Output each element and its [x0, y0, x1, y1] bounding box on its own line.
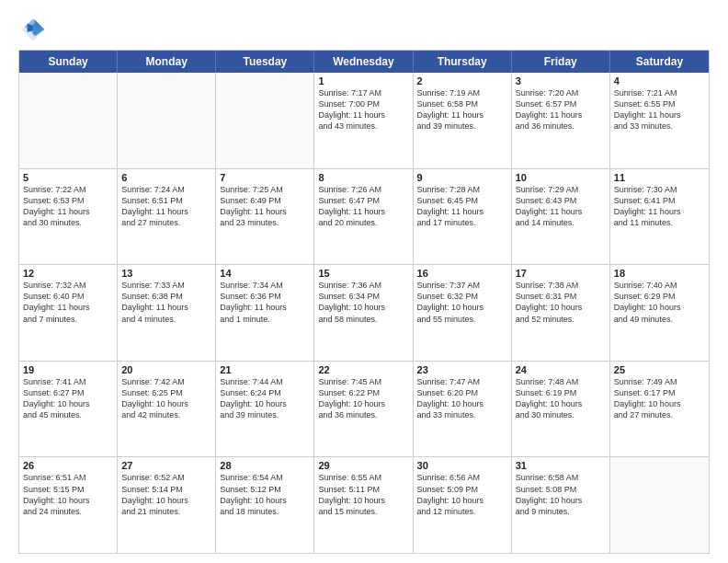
day-number: 24 — [516, 364, 606, 375]
calendar: SundayMondayTuesdayWednesdayThursdayFrid… — [18, 50, 710, 554]
day-info: Sunrise: 7:33 AM Sunset: 6:38 PM Dayligh… — [121, 280, 211, 325]
empty-cell — [118, 73, 216, 168]
day-info: Sunrise: 7:20 AM Sunset: 6:57 PM Dayligh… — [516, 87, 606, 132]
day-info: Sunrise: 7:44 AM Sunset: 6:24 PM Dayligh… — [220, 376, 310, 421]
day-number: 6 — [121, 172, 211, 183]
day-cell-2: 2Sunrise: 7:19 AM Sunset: 6:58 PM Daylig… — [414, 73, 512, 168]
day-cell-26: 26Sunrise: 6:51 AM Sunset: 5:15 PM Dayli… — [19, 457, 118, 553]
day-cell-27: 27Sunrise: 6:52 AM Sunset: 5:14 PM Dayli… — [118, 457, 216, 553]
weekday-header-wednesday: Wednesday — [314, 51, 413, 73]
day-number: 21 — [220, 364, 310, 375]
day-info: Sunrise: 7:34 AM Sunset: 6:36 PM Dayligh… — [220, 280, 310, 325]
day-cell-30: 30Sunrise: 6:56 AM Sunset: 5:09 PM Dayli… — [414, 457, 512, 553]
cal-row-1: 5Sunrise: 7:22 AM Sunset: 6:53 PM Daylig… — [19, 168, 709, 265]
day-cell-11: 11Sunrise: 7:30 AM Sunset: 6:41 PM Dayli… — [610, 169, 709, 265]
day-cell-15: 15Sunrise: 7:36 AM Sunset: 6:34 PM Dayli… — [314, 265, 413, 361]
day-info: Sunrise: 7:30 AM Sunset: 6:41 PM Dayligh… — [614, 184, 705, 229]
day-number: 9 — [417, 172, 507, 183]
day-number: 10 — [516, 172, 606, 183]
day-info: Sunrise: 7:24 AM Sunset: 6:51 PM Dayligh… — [121, 184, 211, 229]
day-info: Sunrise: 7:40 AM Sunset: 6:29 PM Dayligh… — [614, 280, 705, 325]
day-info: Sunrise: 7:45 AM Sunset: 6:22 PM Dayligh… — [318, 376, 408, 421]
day-info: Sunrise: 7:36 AM Sunset: 6:34 PM Dayligh… — [318, 280, 408, 325]
cal-row-0: 1Sunrise: 7:17 AM Sunset: 7:00 PM Daylig… — [19, 73, 709, 168]
day-info: Sunrise: 7:49 AM Sunset: 6:17 PM Dayligh… — [614, 376, 705, 421]
day-number: 22 — [318, 364, 408, 375]
day-info: Sunrise: 6:55 AM Sunset: 5:11 PM Dayligh… — [318, 472, 408, 517]
day-number: 7 — [220, 172, 310, 183]
day-info: Sunrise: 7:41 AM Sunset: 6:27 PM Dayligh… — [23, 376, 113, 421]
day-info: Sunrise: 7:48 AM Sunset: 6:19 PM Dayligh… — [516, 376, 606, 421]
day-cell-28: 28Sunrise: 6:54 AM Sunset: 5:12 PM Dayli… — [216, 457, 314, 553]
cal-row-3: 19Sunrise: 7:41 AM Sunset: 6:27 PM Dayli… — [19, 361, 709, 457]
day-cell-7: 7Sunrise: 7:25 AM Sunset: 6:49 PM Daylig… — [216, 169, 314, 265]
day-cell-20: 20Sunrise: 7:42 AM Sunset: 6:25 PM Dayli… — [118, 362, 216, 457]
logo-icon — [20, 17, 46, 42]
day-cell-6: 6Sunrise: 7:24 AM Sunset: 6:51 PM Daylig… — [118, 169, 216, 265]
day-number: 15 — [318, 268, 408, 279]
day-number: 13 — [121, 268, 211, 279]
day-info: Sunrise: 7:21 AM Sunset: 6:55 PM Dayligh… — [614, 87, 705, 132]
weekday-header-monday: Monday — [118, 51, 216, 73]
day-info: Sunrise: 7:32 AM Sunset: 6:40 PM Dayligh… — [23, 280, 113, 325]
day-number: 29 — [318, 460, 408, 471]
day-cell-31: 31Sunrise: 6:58 AM Sunset: 5:08 PM Dayli… — [512, 457, 610, 553]
day-number: 19 — [23, 364, 113, 375]
day-number: 28 — [220, 460, 310, 471]
day-number: 4 — [614, 75, 705, 86]
day-number: 1 — [318, 75, 408, 86]
day-cell-16: 16Sunrise: 7:37 AM Sunset: 6:32 PM Dayli… — [414, 265, 512, 361]
day-cell-19: 19Sunrise: 7:41 AM Sunset: 6:27 PM Dayli… — [19, 362, 118, 457]
day-info: Sunrise: 6:56 AM Sunset: 5:09 PM Dayligh… — [417, 472, 507, 517]
day-info: Sunrise: 6:54 AM Sunset: 5:12 PM Dayligh… — [220, 472, 310, 517]
day-cell-1: 1Sunrise: 7:17 AM Sunset: 7:00 PM Daylig… — [314, 73, 413, 168]
day-number: 3 — [516, 75, 606, 86]
day-cell-9: 9Sunrise: 7:28 AM Sunset: 6:45 PM Daylig… — [414, 169, 512, 265]
day-cell-24: 24Sunrise: 7:48 AM Sunset: 6:19 PM Dayli… — [512, 362, 610, 457]
day-number: 12 — [23, 268, 113, 279]
logo — [18, 17, 46, 42]
day-info: Sunrise: 7:25 AM Sunset: 6:49 PM Dayligh… — [220, 184, 310, 229]
empty-cell — [610, 457, 709, 553]
day-info: Sunrise: 7:17 AM Sunset: 7:00 PM Dayligh… — [318, 87, 408, 132]
day-info: Sunrise: 7:26 AM Sunset: 6:47 PM Dayligh… — [318, 184, 408, 229]
weekday-header-tuesday: Tuesday — [216, 51, 314, 73]
day-cell-17: 17Sunrise: 7:38 AM Sunset: 6:31 PM Dayli… — [512, 265, 610, 361]
day-number: 20 — [121, 364, 211, 375]
day-cell-13: 13Sunrise: 7:33 AM Sunset: 6:38 PM Dayli… — [118, 265, 216, 361]
day-number: 2 — [417, 75, 507, 86]
weekday-header-saturday: Saturday — [610, 51, 709, 73]
day-number: 16 — [417, 268, 507, 279]
day-number: 18 — [614, 268, 705, 279]
day-cell-14: 14Sunrise: 7:34 AM Sunset: 6:36 PM Dayli… — [216, 265, 314, 361]
empty-cell — [19, 73, 118, 168]
day-info: Sunrise: 7:47 AM Sunset: 6:20 PM Dayligh… — [417, 376, 507, 421]
cal-row-2: 12Sunrise: 7:32 AM Sunset: 6:40 PM Dayli… — [19, 264, 709, 361]
calendar-header: SundayMondayTuesdayWednesdayThursdayFrid… — [19, 51, 709, 73]
day-cell-8: 8Sunrise: 7:26 AM Sunset: 6:47 PM Daylig… — [314, 169, 413, 265]
day-info: Sunrise: 7:19 AM Sunset: 6:58 PM Dayligh… — [417, 87, 507, 132]
day-info: Sunrise: 7:42 AM Sunset: 6:25 PM Dayligh… — [121, 376, 211, 421]
day-number: 5 — [23, 172, 113, 183]
day-number: 14 — [220, 268, 310, 279]
weekday-header-friday: Friday — [512, 51, 610, 73]
day-cell-21: 21Sunrise: 7:44 AM Sunset: 6:24 PM Dayli… — [216, 362, 314, 457]
day-cell-12: 12Sunrise: 7:32 AM Sunset: 6:40 PM Dayli… — [19, 265, 118, 361]
day-cell-29: 29Sunrise: 6:55 AM Sunset: 5:11 PM Dayli… — [314, 457, 413, 553]
day-info: Sunrise: 6:52 AM Sunset: 5:14 PM Dayligh… — [121, 472, 211, 517]
weekday-header-thursday: Thursday — [414, 51, 512, 73]
day-cell-4: 4Sunrise: 7:21 AM Sunset: 6:55 PM Daylig… — [610, 73, 709, 168]
day-cell-18: 18Sunrise: 7:40 AM Sunset: 6:29 PM Dayli… — [610, 265, 709, 361]
day-info: Sunrise: 7:38 AM Sunset: 6:31 PM Dayligh… — [516, 280, 606, 325]
day-number: 8 — [318, 172, 408, 183]
cal-row-4: 26Sunrise: 6:51 AM Sunset: 5:15 PM Dayli… — [19, 456, 709, 553]
day-info: Sunrise: 7:29 AM Sunset: 6:43 PM Dayligh… — [516, 184, 606, 229]
day-number: 26 — [23, 460, 113, 471]
weekday-header-sunday: Sunday — [19, 51, 118, 73]
page: SundayMondayTuesdayWednesdayThursdayFrid… — [0, 0, 728, 563]
day-cell-5: 5Sunrise: 7:22 AM Sunset: 6:53 PM Daylig… — [19, 169, 118, 265]
calendar-body: 1Sunrise: 7:17 AM Sunset: 7:00 PM Daylig… — [19, 73, 709, 553]
day-number: 30 — [417, 460, 507, 471]
day-number: 11 — [614, 172, 705, 183]
day-cell-25: 25Sunrise: 7:49 AM Sunset: 6:17 PM Dayli… — [610, 362, 709, 457]
